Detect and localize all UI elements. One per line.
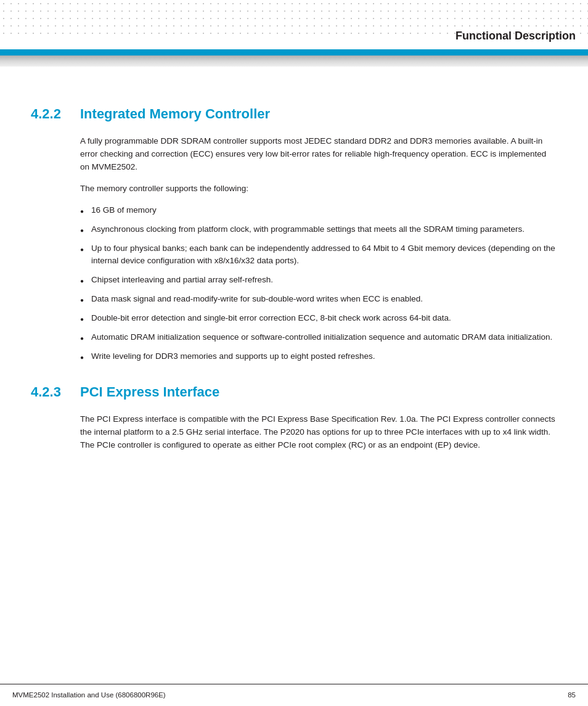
blue-accent-bar: [0, 49, 588, 55]
section-4-2-2-number: 4.2.2: [31, 104, 80, 124]
section-4-2-2-intro-2: The memory controller supports the follo…: [80, 183, 557, 195]
bullet-item: Double-bit error detection and single-bi…: [80, 312, 557, 325]
section-4-2-2-heading: 4.2.2 Integrated Memory Controller: [31, 104, 557, 124]
header-title-bar: Functional Description: [419, 23, 588, 49]
bullet-item: Asynchronous clocking from platform cloc…: [80, 223, 557, 236]
page-title: Functional Description: [455, 28, 576, 44]
section-4-2-3-intro-1: The PCI Express interface is compatible …: [80, 413, 557, 452]
bullet-item: Automatic DRAM initialization sequence o…: [80, 331, 557, 344]
bullet-item: Up to four physical banks; each bank can…: [80, 242, 557, 268]
section-4-2-3-heading: 4.2.3 PCI Express Interface: [31, 382, 557, 402]
footer-left-text: MVME2502 Installation and Use (6806800R9…: [12, 690, 166, 700]
section-4-2-2-title: Integrated Memory Controller: [80, 104, 270, 124]
bullet-item: Write leveling for DDR3 memories and sup…: [80, 350, 557, 363]
bullet-item: Chipset interleaving and partial array s…: [80, 274, 557, 287]
bullet-item: 16 GB of memory: [80, 204, 557, 217]
section-4-2-3-number: 4.2.3: [31, 382, 80, 402]
bullet-item: Data mask signal and read-modify-write f…: [80, 293, 557, 306]
section-4-2-2-bullet-list: 16 GB of memory Asynchronous clocking fr…: [80, 204, 557, 363]
page-footer: MVME2502 Installation and Use (6806800R9…: [0, 684, 588, 706]
gray-decorative-bar: [0, 55, 588, 67]
section-4-2-3-title: PCI Express Interface: [80, 382, 219, 402]
main-content: 4.2.2 Integrated Memory Controller A ful…: [0, 67, 588, 510]
section-4-2-2-intro-1: A fully programmable DDR SDRAM controlle…: [80, 135, 557, 174]
footer-page-number: 85: [568, 690, 576, 700]
header: Functional Description: [0, 0, 588, 49]
